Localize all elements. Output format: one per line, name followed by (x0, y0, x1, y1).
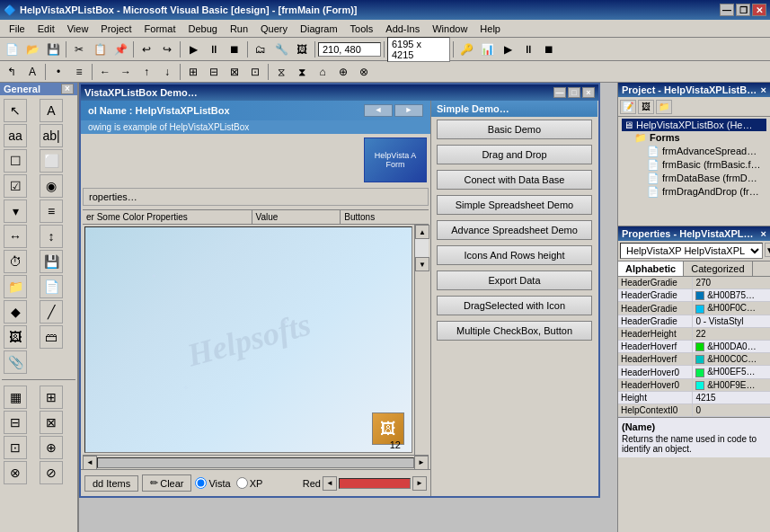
color-scroll-track[interactable] (339, 478, 411, 489)
form-scroll-left[interactable]: ◄ (364, 104, 393, 117)
tool-frame[interactable]: ☐ (4, 149, 27, 173)
tab-alphabetic[interactable]: Alphabetic (618, 262, 684, 276)
cut-button[interactable]: ✂ (69, 40, 89, 59)
t2-btn10[interactable]: ⊟ (204, 62, 224, 82)
t2-btn4[interactable]: ≡ (69, 62, 89, 82)
menu-view[interactable]: View (62, 22, 94, 36)
simple-spreadsheet-button[interactable]: Simple Spreadsheet Demo (437, 195, 592, 215)
properties-table-container[interactable]: HeaderGradie270HeaderGradie &H00B75…Head… (618, 277, 770, 417)
scroll-thumb[interactable] (415, 239, 429, 257)
project-form-3[interactable]: 📄 frmDataBase (frmD… (622, 172, 766, 185)
tool-extra2[interactable]: ⊞ (40, 386, 63, 409)
paste-button[interactable]: 📌 (111, 40, 130, 59)
menu-addins[interactable]: Add-Ins (380, 22, 425, 36)
tool-image[interactable]: 🖼 (4, 325, 27, 349)
hscroll-left-arrow[interactable]: ◄ (83, 456, 97, 470)
close-button[interactable]: ✕ (752, 4, 766, 16)
tool-checkbox[interactable]: ☑ (4, 174, 27, 198)
extra-btn3[interactable]: ▶ (498, 40, 518, 59)
prop-value-cell[interactable]: &H00B75… (693, 289, 770, 302)
export-data-button[interactable]: Export Data (437, 270, 592, 290)
color-scroll-right[interactable]: ► (412, 476, 427, 491)
drag-selected-icon-button[interactable]: DragSelected with Icon (437, 296, 592, 315)
radio-xp[interactable] (236, 477, 248, 489)
properties-button[interactable]: 🔧 (271, 40, 291, 59)
prop-value-cell[interactable]: &H00F0C… (693, 302, 770, 315)
tool-extra6[interactable]: ⊕ (40, 436, 63, 459)
icons-rows-button[interactable]: Icons And Rows height (437, 245, 592, 265)
multi-checkbox-button[interactable]: Multiple CheckBox, Button (437, 321, 592, 341)
radio-xp-label[interactable]: XP (236, 477, 263, 489)
tool-timer[interactable]: ⏱ (4, 250, 27, 273)
radio-vista-label[interactable]: Vista (195, 477, 230, 489)
t2-btn11[interactable]: ⊠ (225, 62, 244, 82)
tool-data[interactable]: 🗃 (40, 325, 63, 349)
proj-toggle-btn[interactable]: 📁 (656, 100, 672, 114)
project-explorer-button[interactable]: 🗂 (251, 40, 270, 59)
project-form-1[interactable]: 📄 frmAdvanceSpread… (622, 145, 766, 158)
tool-file[interactable]: 📄 (40, 275, 63, 298)
undo-button[interactable]: ↩ (137, 40, 156, 59)
menu-project[interactable]: Project (95, 22, 137, 36)
drag-drop-button[interactable]: Drag and Drop (437, 145, 592, 164)
form-maximize-btn[interactable]: □ (568, 87, 580, 98)
stop-button[interactable]: ⏹ (225, 40, 244, 59)
extra-btn4[interactable]: ⏸ (518, 40, 538, 59)
t2-btn5[interactable]: ← (95, 62, 115, 82)
props-dropdown-btn[interactable]: ▼ (765, 243, 770, 257)
extra-btn5[interactable]: ⏹ (539, 40, 559, 59)
t2-btn7[interactable]: ↑ (137, 62, 156, 82)
t2-btn14[interactable]: ⧗ (292, 62, 312, 82)
project-form-2[interactable]: 📄 frmBasic (frmBasic.f… (622, 158, 766, 172)
prop-value-cell[interactable]: 4215 (693, 392, 770, 404)
tool-extra5[interactable]: ⊡ (4, 436, 27, 459)
tool-dir[interactable]: 📁 (4, 275, 27, 298)
hscroll-right-arrow[interactable]: ► (414, 456, 429, 470)
tool-textbox[interactable]: ab| (40, 124, 63, 147)
t2-btn15[interactable]: ⌂ (313, 62, 332, 82)
menu-diagram[interactable]: Diagram (295, 22, 343, 36)
form-scroll-right[interactable]: ► (394, 104, 423, 117)
prop-value-cell[interactable]: 22 (693, 327, 770, 340)
menu-edit[interactable]: Edit (32, 22, 60, 36)
connect-database-button[interactable]: Conect with Data Base (437, 170, 592, 190)
prop-value-cell[interactable]: 0 (693, 404, 770, 417)
menu-run[interactable]: Run (225, 22, 253, 36)
tool-extra3[interactable]: ⊟ (4, 411, 27, 434)
tool-label[interactable]: aa (4, 124, 27, 147)
proj-view-code-btn[interactable]: 📝 (620, 100, 636, 114)
t2-btn2[interactable]: A (22, 62, 42, 82)
tool-extra1[interactable]: ▦ (4, 386, 27, 409)
list-box[interactable]: Helpsofts ✦ ✦ ✧ 🖼 12 (84, 226, 412, 453)
toolbox-close-button[interactable]: × (61, 84, 74, 94)
advance-spreadsheet-button[interactable]: Advance Spreadsheet Demo (437, 220, 592, 240)
copy-button[interactable]: 📋 (90, 40, 110, 59)
forms-folder[interactable]: 📁 Forms (622, 131, 766, 145)
tool-shape[interactable]: ◆ (4, 300, 27, 324)
properties-button[interactable]: roperties… (83, 188, 429, 206)
scroll-down-arrow[interactable]: ▼ (415, 257, 429, 271)
t2-btn3[interactable]: • (49, 62, 68, 82)
prop-value-cell[interactable]: &H00C0C… (693, 353, 770, 366)
tool-extra7[interactable]: ⊗ (4, 461, 27, 484)
tool-ole[interactable]: 📎 (4, 350, 27, 374)
tool-extra8[interactable]: ⊘ (40, 461, 63, 484)
menu-file[interactable]: File (4, 22, 31, 36)
t2-btn6[interactable]: → (116, 62, 136, 82)
tool-line[interactable]: ╱ (40, 300, 63, 324)
pause-button[interactable]: ⏸ (204, 40, 224, 59)
tool-radio[interactable]: ◉ (40, 174, 63, 198)
redo-button[interactable]: ↪ (157, 40, 177, 59)
form-minimize-btn[interactable]: — (553, 87, 566, 98)
prop-value-cell[interactable]: 270 (693, 277, 770, 289)
extra-btn2[interactable]: 📊 (477, 40, 497, 59)
t2-btn16[interactable]: ⊕ (333, 62, 353, 82)
properties-selector[interactable]: HelpVistaXP HelpVistaXPL (620, 243, 763, 259)
prop-value-cell[interactable]: &H00EF5… (693, 366, 770, 378)
tool-drive[interactable]: 💾 (40, 250, 63, 273)
new-button[interactable]: 📄 (2, 40, 22, 59)
project-form-4[interactable]: 📄 frmDragAndDrop (fr… (622, 185, 766, 199)
t2-btn13[interactable]: ⧖ (271, 62, 291, 82)
menu-debug[interactable]: Debug (182, 22, 222, 36)
hscroll-track[interactable] (97, 457, 414, 468)
